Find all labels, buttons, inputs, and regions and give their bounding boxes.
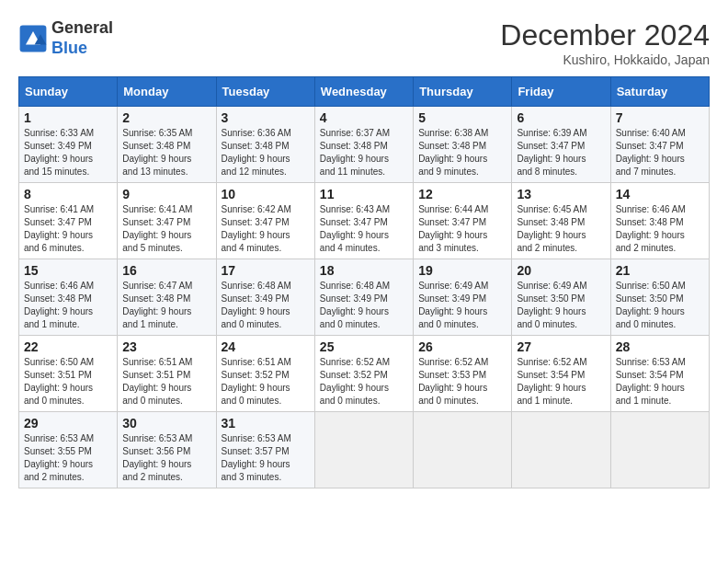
day-header-monday: Monday — [118, 77, 216, 107]
day-number: 8 — [24, 187, 112, 201]
calendar-body: 1Sunrise: 6:33 AM Sunset: 3:49 PM Daylig… — [19, 107, 710, 488]
cell-text: Sunrise: 6:46 AM Sunset: 3:48 PM Dayligh… — [616, 203, 704, 255]
cell-text: Sunrise: 6:37 AM Sunset: 3:48 PM Dayligh… — [320, 127, 408, 178]
logo-text: General Blue — [51, 18, 113, 58]
calendar-week-3: 15Sunrise: 6:46 AM Sunset: 3:48 PM Dayli… — [19, 259, 710, 336]
calendar-cell: 3Sunrise: 6:36 AM Sunset: 3:48 PM Daylig… — [216, 107, 314, 183]
cell-text: Sunrise: 6:43 AM Sunset: 3:47 PM Dayligh… — [320, 203, 408, 255]
calendar-cell: 4Sunrise: 6:37 AM Sunset: 3:48 PM Daylig… — [314, 107, 413, 183]
calendar-cell — [414, 412, 512, 488]
calendar-cell: 24Sunrise: 6:51 AM Sunset: 3:52 PM Dayli… — [216, 336, 314, 412]
cell-text: Sunrise: 6:53 AM Sunset: 3:54 PM Dayligh… — [616, 356, 704, 408]
cell-text: Sunrise: 6:38 AM Sunset: 3:48 PM Dayligh… — [418, 127, 506, 178]
cell-text: Sunrise: 6:40 AM Sunset: 3:47 PM Dayligh… — [616, 127, 704, 178]
day-number: 25 — [320, 339, 408, 354]
cell-text: Sunrise: 6:45 AM Sunset: 3:48 PM Dayligh… — [517, 203, 605, 255]
cell-text: Sunrise: 6:49 AM Sunset: 3:50 PM Dayligh… — [517, 280, 605, 331]
cell-text: Sunrise: 6:48 AM Sunset: 3:49 PM Dayligh… — [320, 280, 408, 331]
calendar-cell: 27Sunrise: 6:52 AM Sunset: 3:54 PM Dayli… — [512, 336, 610, 412]
day-number: 21 — [616, 263, 704, 278]
calendar-cell: 11Sunrise: 6:43 AM Sunset: 3:47 PM Dayli… — [314, 183, 413, 259]
cell-text: Sunrise: 6:35 AM Sunset: 3:48 PM Dayligh… — [122, 127, 210, 178]
calendar-cell: 8Sunrise: 6:41 AM Sunset: 3:47 PM Daylig… — [19, 183, 118, 259]
calendar-cell: 29Sunrise: 6:53 AM Sunset: 3:55 PM Dayli… — [19, 412, 118, 488]
day-number: 23 — [122, 339, 210, 354]
cell-text: Sunrise: 6:41 AM Sunset: 3:47 PM Dayligh… — [24, 203, 112, 255]
day-number: 2 — [122, 110, 210, 125]
cell-text: Sunrise: 6:39 AM Sunset: 3:47 PM Dayligh… — [517, 127, 605, 178]
cell-text: Sunrise: 6:51 AM Sunset: 3:52 PM Dayligh… — [222, 356, 310, 408]
day-number: 26 — [418, 339, 506, 354]
day-number: 31 — [222, 416, 310, 431]
cell-text: Sunrise: 6:41 AM Sunset: 3:47 PM Dayligh… — [122, 203, 210, 255]
day-header-wednesday: Wednesday — [314, 77, 413, 107]
day-number: 12 — [418, 187, 506, 201]
calendar-cell: 2Sunrise: 6:35 AM Sunset: 3:48 PM Daylig… — [118, 107, 216, 183]
cell-text: Sunrise: 6:42 AM Sunset: 3:47 PM Dayligh… — [222, 203, 310, 255]
cell-text: Sunrise: 6:52 AM Sunset: 3:53 PM Dayligh… — [418, 356, 506, 408]
calendar-cell: 12Sunrise: 6:44 AM Sunset: 3:47 PM Dayli… — [414, 183, 512, 259]
calendar-week-1: 1Sunrise: 6:33 AM Sunset: 3:49 PM Daylig… — [19, 107, 710, 183]
title-block: December 2024 Kushiro, Hokkaido, Japan — [500, 18, 710, 67]
calendar-cell: 26Sunrise: 6:52 AM Sunset: 3:53 PM Dayli… — [414, 336, 512, 412]
cell-text: Sunrise: 6:47 AM Sunset: 3:48 PM Dayligh… — [122, 280, 210, 331]
calendar-cell: 19Sunrise: 6:49 AM Sunset: 3:49 PM Dayli… — [414, 259, 512, 336]
day-number: 5 — [418, 110, 506, 125]
day-number: 20 — [517, 263, 605, 278]
calendar-week-2: 8Sunrise: 6:41 AM Sunset: 3:47 PM Daylig… — [19, 183, 710, 259]
calendar-cell: 16Sunrise: 6:47 AM Sunset: 3:48 PM Dayli… — [118, 259, 216, 336]
day-number: 9 — [122, 187, 210, 201]
calendar-cell — [610, 412, 709, 488]
cell-text: Sunrise: 6:33 AM Sunset: 3:49 PM Dayligh… — [24, 127, 112, 178]
day-number: 4 — [320, 110, 408, 125]
calendar-header-row: SundayMondayTuesdayWednesdayThursdayFrid… — [19, 77, 710, 107]
day-header-tuesday: Tuesday — [216, 77, 314, 107]
logo-general: General — [51, 18, 113, 37]
day-number: 1 — [24, 110, 112, 125]
logo-icon — [18, 24, 48, 53]
calendar-cell: 14Sunrise: 6:46 AM Sunset: 3:48 PM Dayli… — [610, 183, 709, 259]
cell-text: Sunrise: 6:46 AM Sunset: 3:48 PM Dayligh… — [24, 280, 112, 331]
day-number: 18 — [320, 263, 408, 278]
calendar-cell: 21Sunrise: 6:50 AM Sunset: 3:50 PM Dayli… — [610, 259, 709, 336]
calendar-cell: 25Sunrise: 6:52 AM Sunset: 3:52 PM Dayli… — [314, 336, 413, 412]
day-number: 17 — [222, 263, 310, 278]
calendar-week-4: 22Sunrise: 6:50 AM Sunset: 3:51 PM Dayli… — [19, 336, 710, 412]
calendar-cell: 20Sunrise: 6:49 AM Sunset: 3:50 PM Dayli… — [512, 259, 610, 336]
cell-text: Sunrise: 6:51 AM Sunset: 3:51 PM Dayligh… — [122, 356, 210, 408]
page-header: General Blue December 2024 Kushiro, Hokk… — [18, 18, 710, 67]
day-number: 30 — [122, 416, 210, 431]
day-number: 24 — [222, 339, 310, 354]
day-number: 6 — [517, 110, 605, 125]
calendar-cell: 17Sunrise: 6:48 AM Sunset: 3:49 PM Dayli… — [216, 259, 314, 336]
day-number: 29 — [24, 416, 112, 431]
calendar-cell: 28Sunrise: 6:53 AM Sunset: 3:54 PM Dayli… — [610, 336, 709, 412]
calendar-table: SundayMondayTuesdayWednesdayThursdayFrid… — [18, 76, 710, 488]
day-number: 28 — [616, 339, 704, 354]
calendar-cell: 13Sunrise: 6:45 AM Sunset: 3:48 PM Dayli… — [512, 183, 610, 259]
cell-text: Sunrise: 6:52 AM Sunset: 3:52 PM Dayligh… — [320, 356, 408, 408]
day-header-sunday: Sunday — [19, 77, 118, 107]
cell-text: Sunrise: 6:49 AM Sunset: 3:49 PM Dayligh… — [418, 280, 506, 331]
calendar-cell: 5Sunrise: 6:38 AM Sunset: 3:48 PM Daylig… — [414, 107, 512, 183]
day-header-thursday: Thursday — [414, 77, 512, 107]
day-header-saturday: Saturday — [610, 77, 709, 107]
calendar-week-5: 29Sunrise: 6:53 AM Sunset: 3:55 PM Dayli… — [19, 412, 710, 488]
cell-text: Sunrise: 6:50 AM Sunset: 3:51 PM Dayligh… — [24, 356, 112, 408]
day-number: 19 — [418, 263, 506, 278]
calendar-cell — [314, 412, 413, 488]
calendar-cell: 7Sunrise: 6:40 AM Sunset: 3:47 PM Daylig… — [610, 107, 709, 183]
calendar-cell: 18Sunrise: 6:48 AM Sunset: 3:49 PM Dayli… — [314, 259, 413, 336]
calendar-cell: 15Sunrise: 6:46 AM Sunset: 3:48 PM Dayli… — [19, 259, 118, 336]
day-number: 13 — [517, 187, 605, 201]
day-number: 11 — [320, 187, 408, 201]
cell-text: Sunrise: 6:44 AM Sunset: 3:47 PM Dayligh… — [418, 203, 506, 255]
day-number: 16 — [122, 263, 210, 278]
calendar-cell: 30Sunrise: 6:53 AM Sunset: 3:56 PM Dayli… — [118, 412, 216, 488]
calendar-cell: 31Sunrise: 6:53 AM Sunset: 3:57 PM Dayli… — [216, 412, 314, 488]
day-header-friday: Friday — [512, 77, 610, 107]
calendar-cell: 9Sunrise: 6:41 AM Sunset: 3:47 PM Daylig… — [118, 183, 216, 259]
calendar-cell: 22Sunrise: 6:50 AM Sunset: 3:51 PM Dayli… — [19, 336, 118, 412]
location: Kushiro, Hokkaido, Japan — [500, 52, 710, 67]
day-number: 15 — [24, 263, 112, 278]
